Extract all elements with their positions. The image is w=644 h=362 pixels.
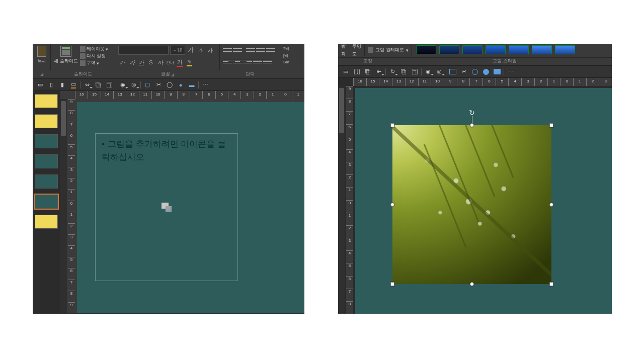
thumb-3[interactable]	[35, 134, 58, 148]
thumb-2[interactable]	[35, 114, 58, 128]
increase-indent-button[interactable]	[256, 46, 265, 54]
rotate-handle[interactable]: ↻	[468, 109, 475, 116]
reset-picture-button[interactable]: 그림 원래대로 ▾	[365, 44, 412, 56]
thumb-1[interactable]	[35, 94, 58, 108]
tool-a[interactable]: ▭	[36, 80, 45, 89]
font-name-combo[interactable]	[118, 46, 169, 55]
t2-rot[interactable]: ↻	[388, 67, 397, 76]
t2-r1[interactable]: ◉	[424, 67, 433, 76]
t2-a[interactable]: ▭	[341, 67, 350, 76]
style-7[interactable]	[555, 45, 575, 54]
picture-placeholder[interactable]: •그림을 추가하려면 아이콘을 클릭하십시오	[95, 133, 238, 281]
t2-circ[interactable]	[470, 67, 479, 76]
line-spacing-button[interactable]	[266, 46, 275, 54]
vertical-scrollbar[interactable]	[60, 99, 67, 313]
insert-picture-icon[interactable]	[162, 203, 172, 212]
section-button[interactable]: 구역 ▾	[80, 60, 108, 66]
style-4[interactable]	[486, 45, 506, 54]
right-app-window: 밤과 투명도 그림 원래대로 ▾ 조정 그림 스타일 ▭ ⿲ ⿻ ⇤ ↻ ⿻ ⿹…	[338, 44, 612, 314]
vertical-scrollbar-2[interactable]	[338, 86, 345, 314]
t2-more[interactable]: ⋯	[506, 67, 515, 76]
strike-button[interactable]: S	[147, 58, 155, 66]
font-launcher[interactable]: ◢	[171, 72, 174, 77]
t2-r2[interactable]: ◎	[435, 67, 444, 76]
text-align-button[interactable]: [텍	[283, 53, 297, 58]
t2-circf[interactable]	[481, 67, 491, 76]
t2-align[interactable]: ⇤	[374, 67, 383, 76]
t2-frame[interactable]	[448, 67, 457, 76]
style-2[interactable]	[439, 45, 459, 54]
t2-c[interactable]: ⿻	[363, 67, 372, 76]
align-tool[interactable]: ⇔	[83, 80, 92, 89]
underline-button[interactable]: 가	[137, 58, 145, 66]
font-size-combo[interactable]: ~18	[170, 46, 185, 55]
align-left-button[interactable]	[223, 57, 232, 65]
char-spacing-button[interactable]: 간나	[166, 58, 174, 66]
handle-sw[interactable]	[390, 282, 394, 286]
slide-canvas[interactable]: •그림을 추가하려면 아이콘을 클릭하십시오	[77, 102, 304, 313]
decrease-indent-button[interactable]	[246, 46, 255, 54]
crop-tool[interactable]: ✂	[154, 80, 163, 89]
tool-b[interactable]: ▯	[47, 80, 56, 89]
tool-d[interactable]: ▭	[69, 80, 78, 89]
frame-tool[interactable]: ▢	[143, 80, 152, 89]
clipboard-group: 복사	[33, 44, 51, 70]
t2-rectf[interactable]	[493, 67, 502, 76]
t2-grp[interactable]: ⿻	[399, 67, 408, 76]
style-3[interactable]	[462, 45, 482, 54]
scroll-thumb[interactable]	[61, 101, 66, 136]
style-6[interactable]	[532, 45, 552, 54]
ungroup-tool[interactable]: ⿹	[105, 80, 114, 89]
thumb-4[interactable]	[35, 154, 58, 168]
handle-s[interactable]	[470, 282, 474, 286]
bullets-button[interactable]	[223, 46, 232, 54]
clear-format-button[interactable]: 가	[206, 46, 214, 54]
thumb-7[interactable]	[35, 215, 58, 229]
slide-canvas-2[interactable]: ↻	[355, 88, 612, 314]
circfill-tool[interactable]: ●	[176, 80, 185, 89]
justify-button[interactable]	[253, 57, 262, 65]
columns-button[interactable]	[263, 57, 272, 65]
group-tool[interactable]: ⿻	[94, 80, 103, 89]
font-group-label: 글꼴	[161, 71, 170, 76]
highlight-button[interactable]: ✎	[185, 58, 193, 66]
bold-button[interactable]: 가	[118, 58, 126, 66]
clipboard-launcher[interactable]: ◢	[40, 72, 43, 76]
numbering-button[interactable]	[233, 46, 242, 54]
slide-editor: 1615141312111098765432101 98765432101234…	[60, 91, 304, 313]
smartart-button[interactable]: Sm	[283, 60, 297, 64]
align-center-button[interactable]	[233, 57, 242, 65]
tool-c[interactable]: ▮	[58, 80, 67, 89]
reset-button[interactable]: 다시 설정	[80, 53, 108, 59]
decrease-font-button[interactable]: 가	[196, 46, 204, 54]
thumb-5[interactable]	[35, 174, 58, 189]
handle-n[interactable]	[470, 123, 474, 127]
selected-image[interactable]: ↻	[392, 125, 551, 284]
scroll-thumb-2[interactable]	[339, 88, 344, 133]
new-slide-button[interactable]: 새 슬라이드	[54, 46, 78, 69]
circ-tool[interactable]: ◯	[165, 80, 174, 89]
handle-nw[interactable]	[390, 123, 394, 127]
font-color-button[interactable]: 가	[176, 58, 184, 66]
more-tool[interactable]: ⋯	[201, 80, 210, 89]
paste-icon[interactable]	[37, 46, 46, 57]
thumb-6-selected[interactable]	[35, 195, 58, 209]
rectfill-tool[interactable]: ▬	[187, 80, 196, 89]
text-direction-button[interactable]: ¶텍	[283, 46, 297, 51]
handle-se[interactable]	[549, 282, 553, 286]
rotate2-tool[interactable]: ◎	[129, 80, 138, 89]
handle-e[interactable]	[549, 203, 553, 207]
style-5[interactable]	[509, 45, 529, 54]
t2-crop[interactable]: ✂	[459, 67, 468, 76]
increase-font-button[interactable]: 가	[187, 46, 195, 54]
layout-button[interactable]: 레이아웃 ▾	[80, 46, 108, 52]
handle-ne[interactable]	[549, 123, 553, 127]
italic-button[interactable]: 가	[128, 58, 136, 66]
style-1[interactable]	[416, 45, 436, 54]
rotate-tool[interactable]: ◉	[118, 80, 127, 89]
shadow-button[interactable]: 까	[156, 58, 165, 66]
t2-b[interactable]: ⿲	[352, 67, 361, 76]
handle-w[interactable]	[390, 203, 394, 207]
align-right-button[interactable]	[243, 57, 252, 65]
t2-ugrp[interactable]: ⿹	[410, 67, 419, 76]
